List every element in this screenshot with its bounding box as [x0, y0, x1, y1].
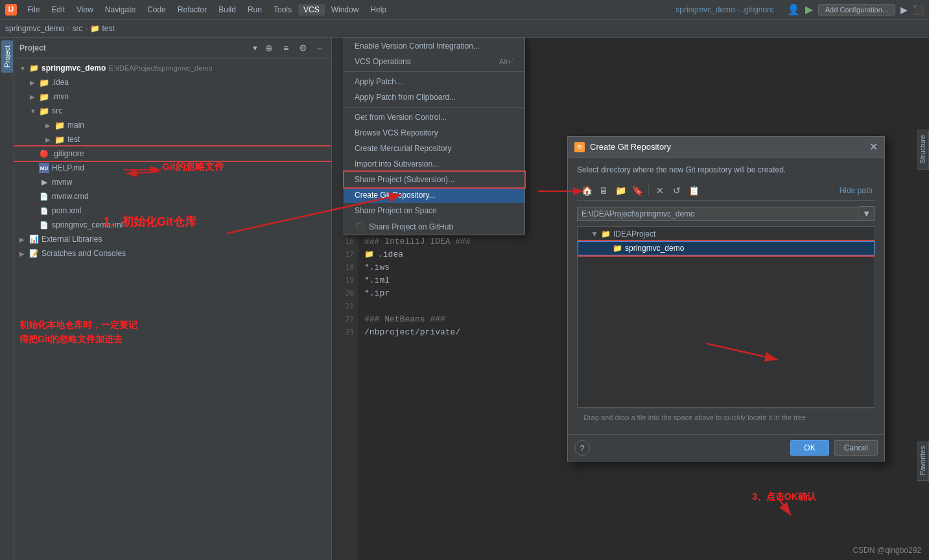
- vcs-create-hg[interactable]: Create Mercurial Repository: [344, 141, 524, 156]
- vcs-enable-vcs[interactable]: Enable Version Control Integration...: [344, 38, 524, 54]
- vcs-share-svn[interactable]: Share Project (Subversion)...: [344, 172, 524, 187]
- vcs-sep-1: [344, 71, 524, 72]
- idea-folder-icon: 📁: [39, 77, 49, 88]
- path-field-row: ▼: [577, 206, 875, 221]
- panel-gear-btn[interactable]: ⚙: [296, 41, 309, 54]
- breadcrumb-src[interactable]: src: [72, 24, 82, 33]
- tree-mvnwcmd[interactable]: ▶ 📄 mvnw.cmd: [14, 189, 331, 204]
- dialog-toolbar: 🏠 🖥 📁 🔖 ✕ ↺ 📋 Hide path: [577, 181, 875, 201]
- breadcrumb-project[interactable]: springmvc_demo: [5, 24, 64, 33]
- vcs-operations[interactable]: VCS Operations Alt+`: [344, 54, 524, 69]
- menu-vcs[interactable]: VCS: [298, 4, 325, 16]
- menu-refactor[interactable]: Refactor: [172, 4, 212, 16]
- menu-run[interactable]: Run: [242, 4, 267, 16]
- dialog-description: Select directory where the new Git repos…: [577, 165, 875, 174]
- main-folder-icon: 📁: [54, 120, 65, 130]
- root-label: springmvc_demo: [41, 64, 106, 73]
- pomxml-label: pom.xml: [52, 206, 81, 215]
- hide-path-btn[interactable]: Hide path: [840, 186, 873, 195]
- tree-mvn[interactable]: ▶ 📁 .mvn: [14, 89, 331, 104]
- git-dialog: G Create Git Repository ✕ Select directo…: [567, 136, 885, 461]
- dtool-desktop[interactable]: 🖥: [596, 183, 611, 198]
- vcs-apply-patch[interactable]: Apply Patch...: [344, 74, 524, 89]
- gitignore-icon: 🔴: [39, 148, 49, 159]
- test-arrow: ▶: [45, 136, 54, 143]
- menu-edit[interactable]: Edit: [46, 4, 70, 16]
- ftree-ideaproject-folder-icon: 📁: [601, 229, 611, 239]
- main-arrow: ▶: [45, 122, 54, 129]
- tree-scratches[interactable]: ▶ 📝 Scratches and Consoles: [14, 246, 331, 261]
- title-actions: 👤 ▶ Add Configuration... ▶ ⬛: [787, 3, 924, 16]
- dialog-body: Select directory where the new Git repos…: [568, 158, 884, 434]
- menu-build[interactable]: Build: [213, 4, 241, 16]
- breadcrumb-test[interactable]: 📁 test: [90, 24, 114, 33]
- stop-icon[interactable]: ⬛: [913, 5, 924, 15]
- dialog-title-bar: G Create Git Repository ✕: [568, 137, 884, 158]
- window-title: springmvc_demo - .gitignore: [676, 5, 773, 14]
- dialog-close-button[interactable]: ✕: [869, 141, 878, 153]
- project-tree: ▼ 📁 springmvc_demo E:\IDEAProject\spring…: [14, 58, 331, 560]
- favorites-tab[interactable]: Favorites: [917, 441, 929, 481]
- menu-tools[interactable]: Tools: [268, 4, 297, 16]
- panel-scope-btn[interactable]: ⊕: [263, 41, 276, 54]
- vcs-share-github[interactable]: ⚫ Share Project on GitHub: [344, 218, 524, 235]
- structure-tab[interactable]: Structure: [917, 130, 929, 170]
- ext-libs-arrow: ▶: [19, 236, 29, 243]
- dtool-home[interactable]: 🏠: [580, 183, 594, 198]
- run-icon[interactable]: ▶: [805, 3, 813, 16]
- dtool-sep-1: [648, 185, 649, 196]
- tree-mvnw[interactable]: ▶ ▶ mvnw: [14, 175, 331, 189]
- vcs-share-space[interactable]: Share Project on Space: [344, 203, 524, 218]
- ftree-springmvc-demo[interactable]: ▶ 📁 springmvc_demo: [578, 241, 875, 255]
- ok-button[interactable]: OK: [790, 440, 829, 456]
- breadcrumb: springmvc_demo › src › 📁 test: [0, 19, 929, 38]
- tree-test[interactable]: ▶ 📁 test: [14, 132, 331, 146]
- vcs-browse-repo[interactable]: Browse VCS Repository: [344, 125, 524, 141]
- dtool-new-folder[interactable]: 📁: [613, 183, 628, 198]
- vcs-import-svn[interactable]: Import into Subversion...: [344, 156, 524, 172]
- panel-hide-btn[interactable]: –: [313, 41, 326, 54]
- tree-main[interactable]: ▶ 📁 main: [14, 118, 331, 132]
- add-config-button[interactable]: Add Configuration...: [818, 4, 895, 16]
- tree-src[interactable]: ▼ 📁 src: [14, 104, 331, 118]
- ext-libs-label: External Libraries: [41, 235, 102, 244]
- tree-helpmd[interactable]: ▶ MD HELP.md: [14, 161, 331, 175]
- panel-dropdown-arrow[interactable]: ▼: [252, 44, 259, 52]
- ftree-ideaproject-arrow: ▼: [591, 229, 598, 239]
- menu-help[interactable]: Help: [365, 4, 392, 16]
- vcs-apply-patch-clip[interactable]: Apply Patch from Clipboard...: [344, 89, 524, 105]
- sidebar-tab-project[interactable]: Project: [1, 40, 13, 73]
- panel-collapse-btn[interactable]: ≡: [279, 41, 292, 54]
- vcs-get-vcs[interactable]: Get from Version Control...: [344, 110, 524, 125]
- dialog-title-text: Create Git Repository: [590, 142, 869, 152]
- dtool-delete[interactable]: ✕: [653, 183, 667, 198]
- menu-navigate[interactable]: Navigate: [100, 4, 141, 16]
- tree-iml[interactable]: ▶ 📄 springmvc_cemo.iml: [14, 218, 331, 232]
- tree-pomxml[interactable]: ▶ 📄 pom.xml: [14, 204, 331, 218]
- ftree-ideaproject[interactable]: ▼ 📁 IDEAProject: [578, 227, 875, 241]
- path-input[interactable]: [577, 207, 858, 221]
- idea-label: .idea: [52, 78, 69, 87]
- menu-file[interactable]: File: [22, 4, 45, 16]
- tree-gitignore[interactable]: ▶ 🔴 .gitignore: [14, 146, 331, 161]
- help-button[interactable]: ?: [574, 440, 590, 456]
- cancel-button[interactable]: Cancel: [834, 440, 878, 456]
- folder-icon-breadcrumb: 📁: [90, 24, 100, 33]
- menu-window[interactable]: Window: [326, 4, 364, 16]
- dtool-copy-path[interactable]: 📋: [687, 183, 701, 198]
- drag-hint: Drag and drop a file into the space abov…: [577, 408, 875, 426]
- user-icon[interactable]: 👤: [787, 3, 800, 16]
- iml-icon: 📄: [39, 220, 49, 230]
- more-run-icon[interactable]: ▶: [900, 5, 908, 15]
- dtool-refresh[interactable]: ↺: [670, 183, 684, 198]
- mvnw-icon: ▶: [39, 177, 49, 187]
- app-logo: IJ: [5, 4, 17, 16]
- tree-root[interactable]: ▼ 📁 springmvc_demo E:\IDEAProject\spring…: [14, 61, 331, 75]
- tree-idea[interactable]: ▶ 📁 .idea: [14, 75, 331, 89]
- vcs-create-git[interactable]: Create Git Repository...: [344, 187, 524, 203]
- menu-code[interactable]: Code: [142, 4, 171, 16]
- tree-ext-libs[interactable]: ▶ 📊 External Libraries: [14, 232, 331, 246]
- menu-view[interactable]: View: [71, 4, 99, 16]
- dtool-bookmarks[interactable]: 🔖: [630, 183, 644, 198]
- path-dropdown-btn[interactable]: ▼: [858, 206, 875, 221]
